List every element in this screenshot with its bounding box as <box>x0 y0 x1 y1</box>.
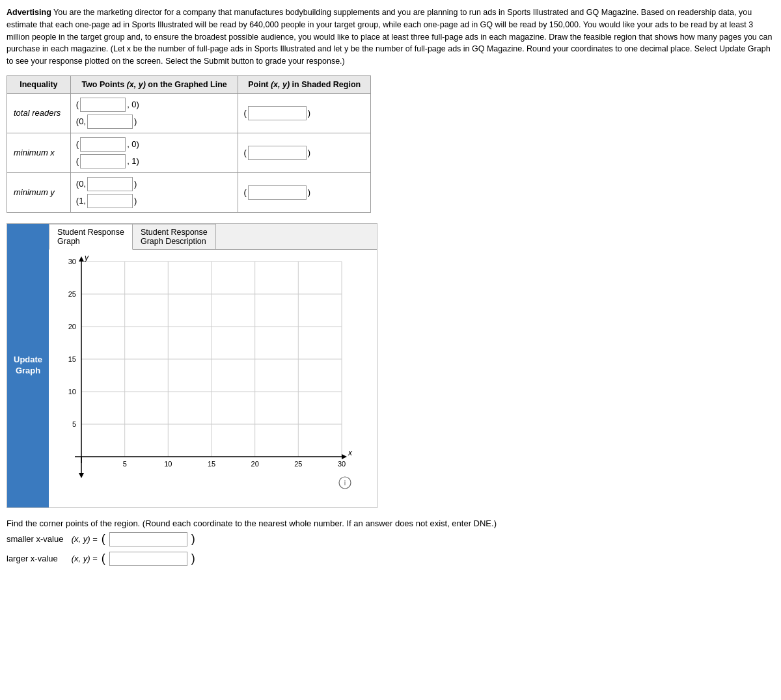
graph-area: 5 10 15 20 25 30 5 10 15 20 25 30 x y i <box>49 250 377 507</box>
table-row-minimum-x: minimum x ( , 0) ( , 1) <box>7 133 371 172</box>
row-label-minimum-y: minimum y <box>7 172 71 212</box>
y-tick-5: 5 <box>72 420 76 428</box>
paren-close-3: ) <box>134 196 137 206</box>
larger-x-paren-close: ) <box>191 552 195 565</box>
row-points-minimum-y: (0, ) (1, ) <box>70 172 238 212</box>
svg-marker-14 <box>79 256 84 262</box>
min-x-x1-input[interactable] <box>80 137 126 152</box>
tabs-and-graph: Student ResponseGraph Student ResponseGr… <box>49 224 377 507</box>
shaded-paren-close-2: ) <box>308 148 310 157</box>
row-points-total-readers: ( , 0) (0, ) <box>70 93 238 133</box>
y-tick-20: 20 <box>68 323 76 330</box>
comma-one-1: , 1) <box>127 156 139 166</box>
shaded-paren-open-2: ( <box>243 148 246 157</box>
graph-svg: 5 10 15 20 25 30 5 10 15 20 25 30 x y i <box>49 255 361 502</box>
row-shaded-total-readers: ( ) <box>238 93 371 133</box>
paren-zero-1: (0, <box>76 116 86 126</box>
x-tick-25: 25 <box>294 460 302 468</box>
col-header-points: Two Points (x, y) on the Graphed Line <box>70 75 238 93</box>
corner-points-intro: Find the corner points of the region. (R… <box>7 518 774 528</box>
info-icon-text: i <box>344 479 346 487</box>
paren-close-2: ) <box>134 179 137 189</box>
row-points-minimum-x: ( , 0) ( , 1) <box>70 133 238 172</box>
table-row-total-readers: total readers ( , 0) (0, ) <box>7 93 371 133</box>
paren-open-2: ( <box>76 139 79 149</box>
shaded-paren-open-1: ( <box>243 108 246 118</box>
y-tick-25: 25 <box>68 290 76 298</box>
min-y-y1-input[interactable] <box>87 194 133 208</box>
corner-point-smaller-x-row: smaller x-value (x, y) = ( ) <box>7 532 774 546</box>
graph-section: UpdateGraph Student ResponseGraph Studen… <box>7 223 377 508</box>
tab-student-response-graph[interactable]: Student ResponseGraph <box>49 224 133 250</box>
paren-open-3: ( <box>76 156 79 166</box>
min-x-y1-input[interactable] <box>80 154 126 168</box>
paren-zero-2: (0, <box>76 179 86 189</box>
min-y-shaded-input[interactable] <box>248 185 307 200</box>
x-tick-20: 20 <box>251 460 259 468</box>
paren-close-1: ) <box>134 116 137 126</box>
total-readers-y1-input[interactable] <box>87 114 133 129</box>
paren-one-1: (1, <box>76 196 86 206</box>
comma-zero-2: , 0) <box>127 139 139 149</box>
y-tick-10: 10 <box>68 388 76 396</box>
tab-student-response-description[interactable]: Student ResponseGraph Description <box>132 224 216 249</box>
min-y-x1-input[interactable] <box>87 177 133 191</box>
corner-points-section: Find the corner points of the region. (R… <box>7 518 774 566</box>
shaded-paren-open-3: ( <box>243 187 246 197</box>
total-readers-shaded-input[interactable] <box>248 106 307 120</box>
x-tick-10: 10 <box>164 460 172 468</box>
x-tick-30: 30 <box>338 460 346 468</box>
col-header-shaded: Point (x, y) in Shaded Region <box>238 75 371 93</box>
comma-zero-1: , 0) <box>127 100 139 109</box>
min-x-shaded-input[interactable] <box>248 146 307 160</box>
y-axis-label: y <box>84 255 89 262</box>
col-header-inequality: Inequality <box>7 75 71 93</box>
x-axis-label: x <box>348 448 353 457</box>
smaller-x-eq: (x, y) = <box>69 534 98 544</box>
tabs-row: Student ResponseGraph Student ResponseGr… <box>49 224 377 250</box>
larger-x-input[interactable] <box>109 552 187 566</box>
y-tick-30: 30 <box>68 258 76 265</box>
svg-marker-16 <box>342 454 347 459</box>
larger-x-paren-open: ( <box>102 552 105 565</box>
shaded-paren-close-3: ) <box>308 187 310 197</box>
smaller-x-input[interactable] <box>109 532 187 546</box>
intro-text: Advertising You are the marketing direct… <box>7 7 774 68</box>
inequality-table: Inequality Two Points (x, y) on the Grap… <box>7 75 371 213</box>
shaded-paren-close-1: ) <box>308 108 310 118</box>
table-row-minimum-y: minimum y (0, ) (1, ) ( <box>7 172 371 212</box>
larger-x-label: larger x-value <box>7 554 65 563</box>
larger-x-eq: (x, y) = <box>69 554 98 563</box>
smaller-x-label: smaller x-value <box>7 534 65 544</box>
x-tick-15: 15 <box>208 460 215 468</box>
row-label-total-readers: total readers <box>7 93 71 133</box>
smaller-x-paren-close: ) <box>191 532 195 546</box>
update-graph-button[interactable]: UpdateGraph <box>7 224 49 507</box>
y-tick-15: 15 <box>68 355 76 363</box>
row-label-minimum-x: minimum x <box>7 133 71 172</box>
paren-open-1: ( <box>76 100 79 109</box>
x-tick-5: 5 <box>123 460 127 468</box>
svg-marker-18 <box>79 473 84 478</box>
corner-point-larger-x-row: larger x-value (x, y) = ( ) <box>7 552 774 566</box>
total-readers-x1-input[interactable] <box>80 98 126 112</box>
intro-bold: Advertising <box>7 8 51 17</box>
row-shaded-minimum-x: ( ) <box>238 133 371 172</box>
row-shaded-minimum-y: ( ) <box>238 172 371 212</box>
smaller-x-paren-open: ( <box>102 532 105 546</box>
